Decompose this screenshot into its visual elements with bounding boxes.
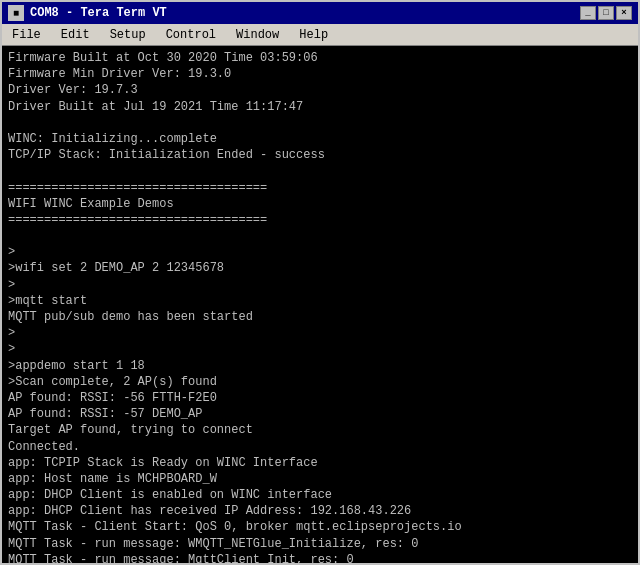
window: ■ COM8 - Tera Term VT _ □ × File Edit Se… xyxy=(0,0,640,565)
menu-help[interactable]: Help xyxy=(293,26,334,44)
menu-bar: File Edit Setup Control Window Help xyxy=(2,24,638,46)
menu-window[interactable]: Window xyxy=(230,26,285,44)
menu-edit[interactable]: Edit xyxy=(55,26,96,44)
title-bar: ■ COM8 - Tera Term VT _ □ × xyxy=(2,2,638,24)
menu-control[interactable]: Control xyxy=(160,26,222,44)
close-button[interactable]: × xyxy=(616,6,632,20)
window-title: COM8 - Tera Term VT xyxy=(30,6,574,20)
menu-setup[interactable]: Setup xyxy=(104,26,152,44)
title-bar-controls: _ □ × xyxy=(580,6,632,20)
minimize-button[interactable]: _ xyxy=(580,6,596,20)
terminal-output[interactable]: Firmware Built at Oct 30 2020 Time 03:59… xyxy=(2,46,638,563)
menu-file[interactable]: File xyxy=(6,26,47,44)
maximize-button[interactable]: □ xyxy=(598,6,614,20)
window-icon: ■ xyxy=(8,5,24,21)
